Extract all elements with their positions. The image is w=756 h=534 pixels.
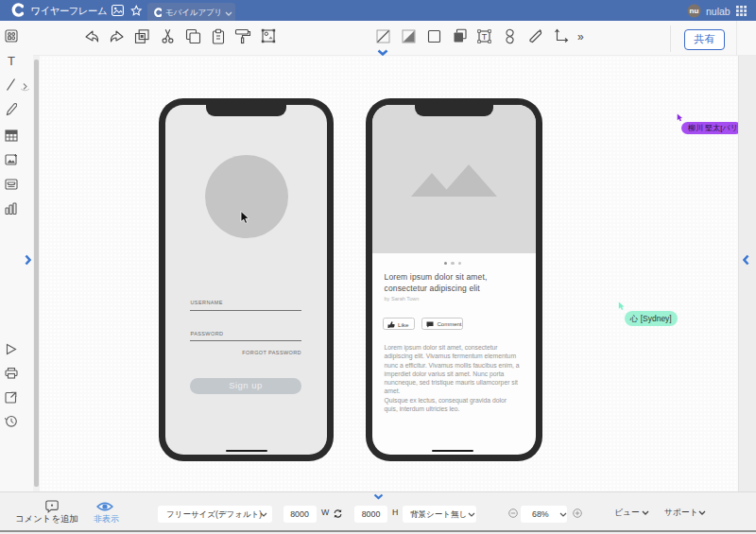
svg-text:nu: nu	[690, 7, 699, 15]
svg-text:T: T	[8, 54, 15, 66]
svg-text:T: T	[482, 32, 488, 42]
